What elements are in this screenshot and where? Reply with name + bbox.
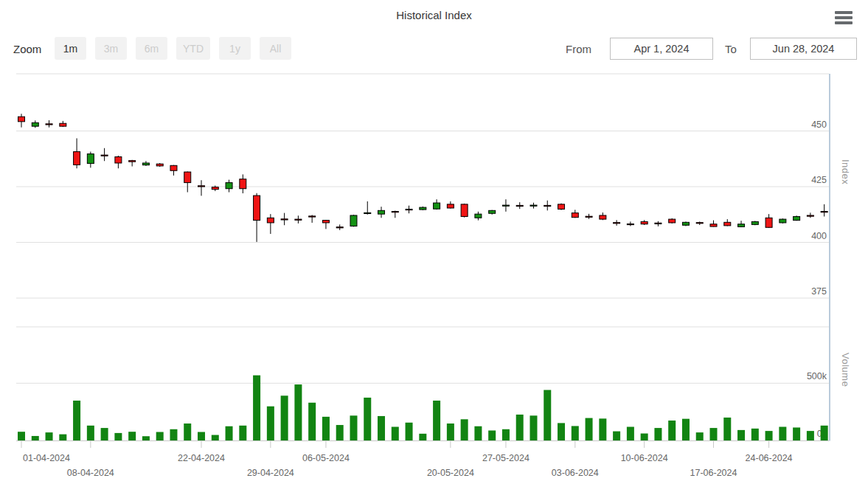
volume-bar <box>737 430 745 440</box>
candle-body <box>364 212 371 213</box>
x-axis-date-label: 10-06-2024 <box>621 453 668 463</box>
x-axis-date-label: 29-04-2024 <box>247 468 294 478</box>
candle-body <box>46 124 52 125</box>
volume-bar <box>308 403 316 440</box>
volume-bar <box>253 376 260 440</box>
volume-bar <box>613 432 620 440</box>
candle-body <box>226 183 232 189</box>
candle-body <box>281 219 288 220</box>
volume-bar <box>46 432 53 440</box>
volume-bar <box>267 407 274 440</box>
candle-body <box>406 210 412 210</box>
volume-bar <box>406 423 413 440</box>
candle-body <box>309 216 316 217</box>
candle-body <box>336 227 343 228</box>
candle-body <box>267 218 274 223</box>
volume-bar <box>544 390 551 440</box>
candle-body <box>434 203 440 209</box>
candlestick-volume-chart: 450425400375500k0k01-04-202408-04-202422… <box>0 0 868 498</box>
volume-bar <box>128 432 136 440</box>
candle-body <box>502 205 509 206</box>
chart-container: Historical Index Zoom 1m3m6mYTD1yAll Fro… <box>0 0 868 498</box>
volume-bar <box>392 427 399 440</box>
candle-body <box>378 210 385 214</box>
candle-body <box>696 223 703 224</box>
volume-bar <box>59 435 66 440</box>
volume-bar <box>793 427 800 440</box>
candle-body <box>627 224 633 224</box>
candle-body <box>129 161 136 162</box>
candle-body <box>420 207 426 210</box>
candle-body <box>142 163 149 165</box>
candle-body <box>392 212 398 212</box>
x-axis-date-label: 17-06-2024 <box>690 468 737 478</box>
price-axis-label: 450 <box>811 120 827 130</box>
volume-bar <box>654 428 662 440</box>
candle-body <box>794 216 800 220</box>
volume-bar <box>184 423 191 440</box>
volume-bar <box>765 431 773 440</box>
volume-bar <box>682 419 690 440</box>
candle-body <box>60 123 66 126</box>
volume-bar <box>461 419 468 440</box>
volume-bar <box>751 429 759 440</box>
candle-body <box>254 196 260 221</box>
volume-bar <box>73 401 80 440</box>
volume-bar <box>419 434 426 440</box>
volume-bar <box>516 415 524 440</box>
candle-body <box>780 219 786 223</box>
volume-bar <box>474 426 482 440</box>
volume-bar <box>488 430 496 440</box>
volume-bar <box>530 415 537 440</box>
volume-bar <box>156 432 164 440</box>
candle-body <box>614 223 620 224</box>
x-axis-date-label: 22-04-2024 <box>178 453 225 463</box>
candle-body <box>751 221 758 224</box>
candle-body <box>18 117 25 122</box>
candle-body <box>724 222 731 226</box>
volume-axis-label: 500k <box>807 371 827 381</box>
price-axis-title: Index <box>840 159 851 184</box>
x-axis-date-label: 03-06-2024 <box>552 468 599 478</box>
candle-body <box>600 215 606 219</box>
volume-bar <box>572 426 579 440</box>
candle-body <box>655 223 662 224</box>
volume-bar <box>641 434 648 440</box>
x-axis-date-label: 27-05-2024 <box>482 453 530 463</box>
candle-body <box>350 215 357 226</box>
candle-body <box>74 152 80 165</box>
candle-body <box>475 214 482 218</box>
candle-body <box>710 224 717 226</box>
volume-bar <box>87 426 94 440</box>
candle-body <box>669 219 676 223</box>
price-axis-label: 375 <box>811 286 827 297</box>
volume-bar <box>723 418 731 440</box>
volume-bar <box>114 433 122 440</box>
candle-body <box>558 204 565 210</box>
candle-body <box>198 186 205 187</box>
candle-body <box>544 205 551 206</box>
volume-bar <box>170 429 177 440</box>
volume-bar <box>198 432 205 440</box>
volume-bar <box>226 426 233 440</box>
x-axis-date-label: 06-05-2024 <box>302 453 350 463</box>
candle-body <box>170 165 177 170</box>
candle-body <box>156 164 163 166</box>
volume-bar <box>599 418 606 440</box>
candle-body <box>87 154 94 164</box>
volume-bar <box>502 429 510 440</box>
candle-body <box>821 212 827 212</box>
x-axis-date-label: 01-04-2024 <box>23 453 70 463</box>
candle-body <box>101 155 108 156</box>
volume-bar <box>239 426 246 440</box>
candle-body <box>489 210 496 213</box>
candle-body <box>115 157 122 163</box>
volume-bar <box>558 423 565 440</box>
volume-bar <box>696 432 704 440</box>
candle-body <box>322 221 329 223</box>
candle-body <box>530 205 537 206</box>
x-axis-date-label: 20-05-2024 <box>427 468 474 478</box>
candle-body <box>516 205 523 206</box>
candle-body <box>447 204 454 208</box>
volume-bar <box>378 416 385 440</box>
